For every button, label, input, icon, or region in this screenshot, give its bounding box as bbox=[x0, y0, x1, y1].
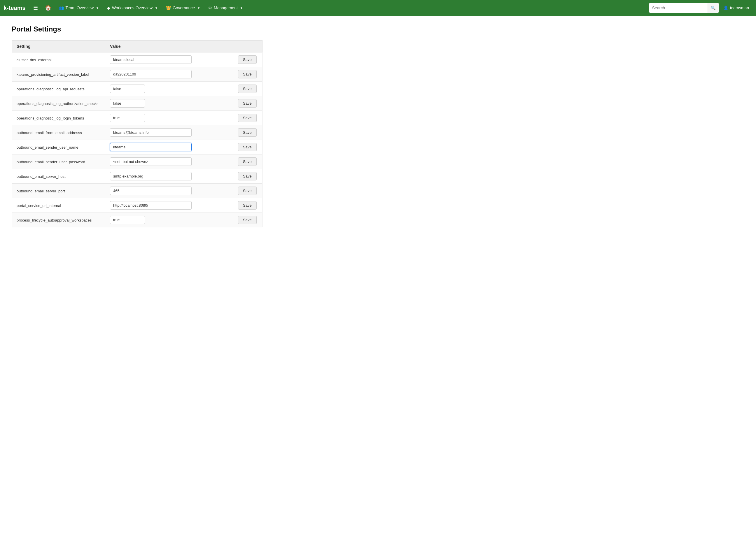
table-row: operations_diagnostic_log_authorization_… bbox=[12, 96, 263, 111]
setting-value-input[interactable] bbox=[110, 201, 192, 210]
setting-name: process_lifecycle_autoapproval_workspace… bbox=[17, 218, 92, 223]
setting-value-cell bbox=[105, 184, 233, 198]
search-button[interactable]: 🔍 bbox=[708, 3, 719, 13]
save-button[interactable]: Save bbox=[238, 85, 257, 93]
col-value-header: Value bbox=[105, 41, 233, 53]
table-row: outbound_email_sender_user_nameSave bbox=[12, 140, 263, 155]
setting-value-input[interactable] bbox=[110, 128, 192, 137]
setting-name: outbound_email_sender_user_password bbox=[17, 160, 85, 164]
setting-value-cell bbox=[105, 198, 233, 213]
setting-action-cell: Save bbox=[233, 96, 263, 111]
nav-governance[interactable]: 👑 Governance ▼ bbox=[162, 4, 204, 12]
user-label: teamsman bbox=[730, 6, 749, 10]
setting-name-cell: outbound_email_sender_user_name bbox=[12, 140, 105, 155]
setting-value-cell bbox=[105, 96, 233, 111]
home-icon[interactable]: 🏠 bbox=[42, 3, 54, 13]
search-icon: 🔍 bbox=[711, 6, 716, 10]
table-row: operations_diagnostic_log_api_requestsSa… bbox=[12, 82, 263, 96]
setting-value-input[interactable] bbox=[110, 70, 192, 78]
setting-value-input[interactable] bbox=[110, 187, 192, 195]
search-input[interactable] bbox=[649, 3, 708, 13]
management-caret-icon: ▼ bbox=[240, 6, 243, 10]
table-row: operations_diagnostic_log_login_tokensSa… bbox=[12, 111, 263, 125]
setting-value-cell bbox=[105, 169, 233, 184]
col-setting-header: Setting bbox=[12, 41, 105, 53]
save-button[interactable]: Save bbox=[238, 128, 257, 137]
governance-icon: 👑 bbox=[166, 6, 171, 10]
workspaces-overview-icon: ◆ bbox=[107, 6, 110, 10]
setting-action-cell: Save bbox=[233, 82, 263, 96]
setting-action-cell: Save bbox=[233, 184, 263, 198]
nav-workspaces-overview-label: Workspaces Overview bbox=[112, 6, 153, 10]
nav-team-overview[interactable]: 👥 Team Overview ▼ bbox=[55, 4, 102, 12]
setting-value-cell bbox=[105, 125, 233, 140]
save-button[interactable]: Save bbox=[238, 172, 257, 181]
save-button[interactable]: Save bbox=[238, 70, 257, 78]
setting-value-input[interactable] bbox=[110, 55, 192, 64]
navbar: k-teams ☰ 🏠 👥 Team Overview ▼ ◆ Workspac… bbox=[0, 0, 756, 16]
setting-name-cell: cluster_dns_external bbox=[12, 53, 105, 67]
col-action-header bbox=[233, 41, 263, 53]
setting-value-cell bbox=[105, 111, 233, 125]
setting-action-cell: Save bbox=[233, 67, 263, 82]
setting-value-input[interactable] bbox=[110, 157, 192, 166]
setting-value-input[interactable] bbox=[110, 172, 192, 181]
setting-value-cell bbox=[105, 67, 233, 82]
setting-value-input[interactable] bbox=[110, 114, 145, 122]
setting-action-cell: Save bbox=[233, 198, 263, 213]
save-button[interactable]: Save bbox=[238, 216, 257, 224]
nav-workspaces-overview[interactable]: ◆ Workspaces Overview ▼ bbox=[104, 4, 161, 12]
setting-value-input[interactable] bbox=[110, 85, 145, 93]
table-row: process_lifecycle_autoapproval_workspace… bbox=[12, 213, 263, 227]
search-box: 🔍 bbox=[649, 3, 719, 13]
setting-name: cluster_dns_external bbox=[17, 58, 52, 62]
user-icon: 👤 bbox=[723, 6, 728, 10]
setting-name-cell: outbound_email_server_port bbox=[12, 184, 105, 198]
setting-name: outbound_email_server_port bbox=[17, 189, 65, 193]
setting-action-cell: Save bbox=[233, 213, 263, 227]
table-row: outbound_email_server_portSave bbox=[12, 184, 263, 198]
table-row: kteams_provisioning_artifact_version_lab… bbox=[12, 67, 263, 82]
setting-name-cell: operations_diagnostic_log_api_requests bbox=[12, 82, 105, 96]
setting-name: operations_diagnostic_log_api_requests bbox=[17, 87, 85, 91]
hamburger-icon[interactable]: ☰ bbox=[30, 3, 41, 13]
workspaces-overview-caret-icon: ▼ bbox=[155, 6, 158, 10]
setting-name-cell: process_lifecycle_autoapproval_workspace… bbox=[12, 213, 105, 227]
setting-action-cell: Save bbox=[233, 111, 263, 125]
table-row: outbound_email_server_hostSave bbox=[12, 169, 263, 184]
setting-name-cell: outbound_email_server_host bbox=[12, 169, 105, 184]
nav-management[interactable]: ⚙ Management ▼ bbox=[205, 4, 246, 12]
setting-value-input[interactable] bbox=[110, 99, 145, 108]
setting-value-cell bbox=[105, 213, 233, 227]
table-row: portal_service_url_internalSave bbox=[12, 198, 263, 213]
setting-action-cell: Save bbox=[233, 169, 263, 184]
table-row: outbound_email_from_email_addresssSave bbox=[12, 125, 263, 140]
setting-name: kteams_provisioning_artifact_version_lab… bbox=[17, 72, 89, 77]
save-button[interactable]: Save bbox=[238, 187, 257, 195]
table-row: outbound_email_sender_user_passwordSave bbox=[12, 155, 263, 169]
setting-name-cell: kteams_provisioning_artifact_version_lab… bbox=[12, 67, 105, 82]
user-menu[interactable]: 👤 teamsman bbox=[720, 4, 753, 12]
save-button[interactable]: Save bbox=[238, 157, 257, 166]
nav-governance-label: Governance bbox=[173, 6, 195, 10]
management-icon: ⚙ bbox=[208, 6, 212, 10]
governance-caret-icon: ▼ bbox=[197, 6, 200, 10]
nav-team-overview-label: Team Overview bbox=[66, 6, 94, 10]
setting-name: operations_diagnostic_log_login_tokens bbox=[17, 116, 84, 120]
save-button[interactable]: Save bbox=[238, 143, 257, 151]
setting-value-cell bbox=[105, 140, 233, 155]
setting-value-cell bbox=[105, 53, 233, 67]
setting-value-input[interactable] bbox=[110, 143, 192, 151]
save-button[interactable]: Save bbox=[238, 201, 257, 210]
setting-name-cell: operations_diagnostic_log_login_tokens bbox=[12, 111, 105, 125]
setting-name: outbound_email_sender_user_name bbox=[17, 145, 78, 150]
save-button[interactable]: Save bbox=[238, 99, 257, 108]
brand-logo[interactable]: k-teams bbox=[3, 5, 26, 11]
save-button[interactable]: Save bbox=[238, 114, 257, 122]
setting-value-input[interactable] bbox=[110, 216, 145, 224]
team-overview-icon: 👥 bbox=[59, 6, 64, 10]
team-overview-caret-icon: ▼ bbox=[96, 6, 99, 10]
setting-action-cell: Save bbox=[233, 140, 263, 155]
table-row: cluster_dns_externalSave bbox=[12, 53, 263, 67]
save-button[interactable]: Save bbox=[238, 55, 257, 64]
